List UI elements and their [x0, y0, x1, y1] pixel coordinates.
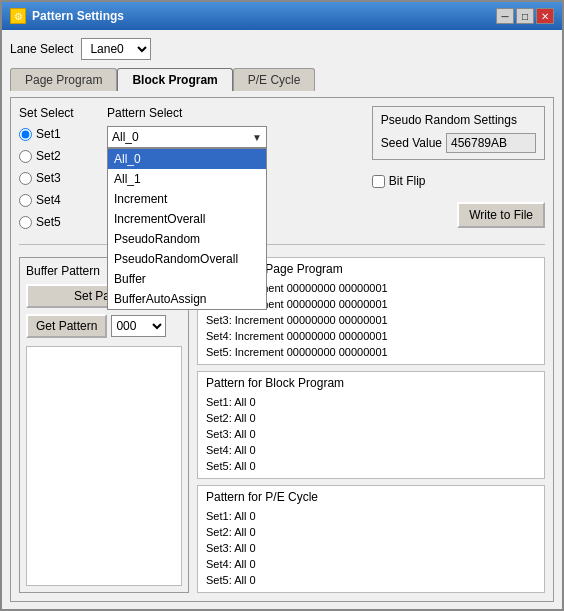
set3-label: Set3: [36, 171, 61, 185]
dropdown-item-pseudorandom[interactable]: PseudoRandom: [108, 229, 266, 249]
pattern-select-group: Pattern Select All_0 ▼ All_0 All_1 Incre…: [107, 106, 360, 232]
get-pattern-select[interactable]: 000 001 010: [111, 315, 166, 337]
seed-input[interactable]: [446, 133, 536, 153]
page-line-4: Set4: Increment 00000000 00000001: [206, 328, 536, 344]
block-line-3: Set3: All 0: [206, 426, 536, 442]
tab-page-program[interactable]: Page Program: [10, 68, 117, 91]
pattern-dropdown-trigger[interactable]: All_0 ▼: [107, 126, 267, 148]
pe-line-3: Set3: All 0: [206, 540, 536, 556]
set-select-label: Set Select: [19, 106, 99, 120]
write-to-file-button[interactable]: Write to File: [457, 202, 545, 228]
tab-block-program[interactable]: Block Program: [117, 68, 232, 91]
block-line-5: Set5: All 0: [206, 458, 536, 474]
divider: [19, 244, 545, 245]
block-program-section: Pattern for Block Program Set1: All 0 Se…: [197, 371, 545, 479]
pattern-selected-value: All_0: [112, 130, 139, 144]
bitflip-row: Bit Flip: [372, 174, 545, 188]
block-line-1: Set1: All 0: [206, 394, 536, 410]
set2-radio-row: Set2: [19, 146, 99, 166]
block-program-title: Pattern for Block Program: [206, 376, 536, 390]
set1-radio[interactable]: [19, 128, 32, 141]
pattern-dropdown-list: All_0 All_1 Increment IncrementOverall P…: [107, 148, 267, 310]
set3-radio-row: Set3: [19, 168, 99, 188]
pe-cycle-section: Pattern for P/E Cycle Set1: All 0 Set2: …: [197, 485, 545, 593]
main-window: ⚙ Pattern Settings ─ □ ✕ Lane Select Lan…: [0, 0, 564, 611]
pe-line-4: Set4: All 0: [206, 556, 536, 572]
dropdown-item-buffer[interactable]: Buffer: [108, 269, 266, 289]
pattern-dropdown-container: All_0 ▼ All_0 All_1 Increment IncrementO…: [107, 126, 267, 148]
maximize-button[interactable]: □: [516, 8, 534, 24]
dropdown-item-increment[interactable]: Increment: [108, 189, 266, 209]
block-line-2: Set2: All 0: [206, 410, 536, 426]
set3-radio[interactable]: [19, 172, 32, 185]
set4-radio-row: Set4: [19, 190, 99, 210]
pseudo-random-title: Pseudo Random Settings: [381, 113, 536, 127]
dropdown-item-bufferautoassign[interactable]: BufferAutoAssign: [108, 289, 266, 309]
get-pattern-row: Get Pattern 000 001 010: [26, 314, 182, 338]
bit-flip-checkbox[interactable]: [372, 175, 385, 188]
minimize-button[interactable]: ─: [496, 8, 514, 24]
set4-radio[interactable]: [19, 194, 32, 207]
title-controls: ─ □ ✕: [496, 8, 554, 24]
window-title: Pattern Settings: [32, 9, 124, 23]
seed-row: Seed Value: [381, 133, 536, 153]
pattern-select-label: Pattern Select: [107, 106, 360, 120]
pe-line-5: Set5: All 0: [206, 572, 536, 588]
main-panel: Set Select Set1 Set2 Set3: [10, 97, 554, 602]
set4-label: Set4: [36, 193, 61, 207]
block-line-4: Set4: All 0: [206, 442, 536, 458]
right-panel: Pseudo Random Settings Seed Value Bit Fl…: [372, 106, 545, 232]
pe-cycle-title: Pattern for P/E Cycle: [206, 490, 536, 504]
window-icon: ⚙: [10, 8, 26, 24]
set5-radio-row: Set5: [19, 212, 99, 232]
close-button[interactable]: ✕: [536, 8, 554, 24]
top-section: Set Select Set1 Set2 Set3: [19, 106, 545, 232]
set5-radio[interactable]: [19, 216, 32, 229]
title-bar: ⚙ Pattern Settings ─ □ ✕: [2, 2, 562, 30]
set1-label: Set1: [36, 127, 61, 141]
tab-pe-cycle[interactable]: P/E Cycle: [233, 68, 316, 91]
title-bar-left: ⚙ Pattern Settings: [10, 8, 124, 24]
set2-radio[interactable]: [19, 150, 32, 163]
dropdown-item-incrementoverall[interactable]: IncrementOverall: [108, 209, 266, 229]
get-pattern-button[interactable]: Get Pattern: [26, 314, 107, 338]
content-area: Lane Select Lane0 Lane1 Lane2 Page Progr…: [2, 30, 562, 610]
dropdown-arrow-icon: ▼: [252, 132, 262, 143]
dropdown-item-all1[interactable]: All_1: [108, 169, 266, 189]
page-line-5: Set5: Increment 00000000 00000001: [206, 344, 536, 360]
seed-label: Seed Value: [381, 136, 442, 150]
set-select-group: Set Select Set1 Set2 Set3: [19, 106, 99, 232]
page-line-3: Set3: Increment 00000000 00000001: [206, 312, 536, 328]
dropdown-item-all0[interactable]: All_0: [108, 149, 266, 169]
buffer-scroll-area[interactable]: [26, 346, 182, 586]
pseudo-random-box: Pseudo Random Settings Seed Value: [372, 106, 545, 160]
tabs-bar: Page Program Block Program P/E Cycle: [10, 68, 554, 91]
lane-row: Lane Select Lane0 Lane1 Lane2: [10, 38, 554, 60]
bit-flip-label: Bit Flip: [389, 174, 426, 188]
pe-line-2: Set2: All 0: [206, 524, 536, 540]
lane-select[interactable]: Lane0 Lane1 Lane2: [81, 38, 151, 60]
set1-radio-row: Set1: [19, 124, 99, 144]
set5-label: Set5: [36, 215, 61, 229]
lane-label: Lane Select: [10, 42, 73, 56]
set2-label: Set2: [36, 149, 61, 163]
pe-line-1: Set1: All 0: [206, 508, 536, 524]
bottom-section: Buffer Pattern Set Pattern Get Pattern 0…: [19, 257, 545, 593]
dropdown-item-pseudorandomoverall[interactable]: PseudoRandomOverall: [108, 249, 266, 269]
